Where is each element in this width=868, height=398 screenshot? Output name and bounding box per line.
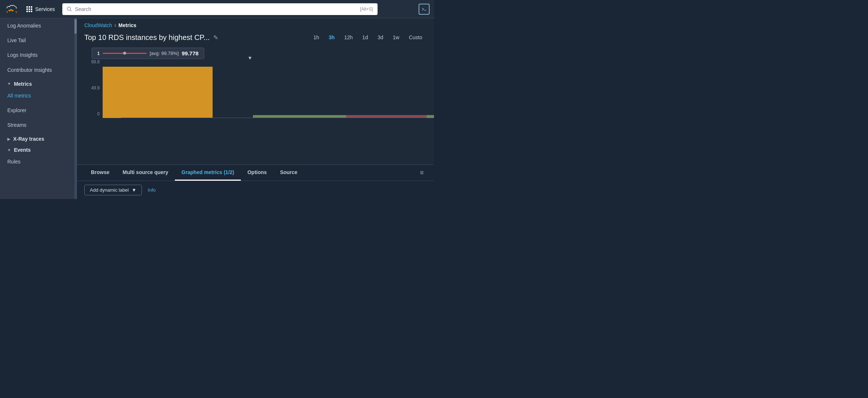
search-icon xyxy=(67,6,72,12)
tooltip-index: 1 xyxy=(97,51,100,56)
tab-graphed-metrics[interactable]: Graphed metrics (1/2) xyxy=(175,165,241,181)
services-label: Services xyxy=(35,6,55,12)
y-axis-top: 99.8 xyxy=(84,59,100,65)
events-section-header[interactable]: ▼ Events xyxy=(0,143,77,154)
xray-section-label: X-Ray traces xyxy=(13,136,44,142)
scrollbar[interactable] xyxy=(74,18,77,199)
scroll-thumb xyxy=(74,19,77,34)
info-link[interactable]: Info xyxy=(148,187,156,193)
breadcrumb-separator: › xyxy=(114,22,116,29)
tab-options[interactable]: Options xyxy=(241,165,273,181)
bottom-tabs: Browse Multi source query Graphed metric… xyxy=(77,165,434,181)
search-input[interactable] xyxy=(75,6,357,12)
dropdown-arrow-icon: ▼ xyxy=(132,187,136,193)
breadcrumb-parent[interactable]: CloudWatch xyxy=(84,22,112,28)
y-axis-mid: 49.9 xyxy=(84,85,100,91)
time-btn-custom[interactable]: Custo xyxy=(404,33,427,42)
hover-indicator: ▼ xyxy=(247,55,253,61)
time-range-buttons: 1h 3h 12h 1d 3d 1w Custo xyxy=(309,33,427,42)
sidebar-item-logs-insights[interactable]: Logs Insights xyxy=(0,48,77,62)
breadcrumb: CloudWatch › Metrics xyxy=(77,18,434,32)
bar-chart: 99.8 49.9 0 ▼ xyxy=(84,59,427,125)
time-btn-1h[interactable]: 1h xyxy=(309,33,324,42)
baseline xyxy=(121,118,427,118)
y-axis-bottom: 0 xyxy=(84,111,100,117)
sidebar-item-live-tail[interactable]: Live Tail xyxy=(0,33,77,48)
bar-series-1 xyxy=(103,67,213,118)
chevron-down-icon: ▼ xyxy=(7,82,11,86)
tab-menu-icon[interactable]: ≡ xyxy=(417,167,427,178)
svg-line-1 xyxy=(70,10,71,11)
chart-title-group: Top 10 RDS instances by highest CP... ✎ xyxy=(84,33,218,42)
sidebar-item-explorer[interactable]: Explorer xyxy=(0,103,77,118)
chevron-down-icon-events: ▼ xyxy=(7,148,11,152)
main-layout: Log Anomalies Live Tail Logs Insights Co… xyxy=(0,18,434,199)
events-section-label: Events xyxy=(14,147,31,153)
tooltip-series-line xyxy=(103,53,147,54)
sidebar-item-rules[interactable]: Rules xyxy=(0,154,77,169)
tooltip-avg: [avg: 99.78%] xyxy=(150,51,179,56)
breadcrumb-current: Metrics xyxy=(118,22,136,28)
top-navigation: Services [Alt+S] xyxy=(0,0,434,18)
sidebar: Log Anomalies Live Tail Logs Insights Co… xyxy=(0,18,77,199)
add-label-text: Add dynamic label xyxy=(90,187,129,193)
time-btn-3d[interactable]: 3d xyxy=(373,33,388,42)
sidebar-item-streams[interactable]: Streams xyxy=(0,118,77,132)
sidebar-item-all-metrics[interactable]: All metrics xyxy=(0,88,77,103)
add-dynamic-label-button[interactable]: Add dynamic label ▼ xyxy=(84,185,142,195)
edit-icon[interactable]: ✎ xyxy=(213,34,218,41)
metrics-section-label: Metrics xyxy=(14,81,32,87)
chart-header: Top 10 RDS instances by highest CP... ✎ … xyxy=(77,32,434,45)
chart-title-text: Top 10 RDS instances by highest CP... xyxy=(84,33,210,42)
aws-logo[interactable] xyxy=(4,4,19,14)
content-area: CloudWatch › Metrics Top 10 RDS instance… xyxy=(77,18,434,199)
sidebar-item-contributor-insights[interactable]: Contributor Insights xyxy=(0,63,77,77)
keyboard-shortcut: [Alt+S] xyxy=(360,7,373,12)
services-button[interactable]: Services xyxy=(23,5,58,14)
grid-icon xyxy=(26,6,32,12)
tab-multi-source[interactable]: Multi source query xyxy=(116,165,175,181)
terminal-icon[interactable] xyxy=(419,4,430,15)
chevron-right-icon: ▶ xyxy=(7,137,10,141)
time-btn-1w[interactable]: 1w xyxy=(389,33,404,42)
xray-section-header[interactable]: ▶ X-Ray traces xyxy=(0,132,77,143)
chart-area: 1 [avg: 99.78%] 99.778 99.8 49.9 0 ▼ xyxy=(77,45,434,165)
time-btn-1d[interactable]: 1d xyxy=(358,33,372,42)
y-axis-labels: 99.8 49.9 0 xyxy=(84,59,100,125)
time-btn-12h[interactable]: 12h xyxy=(340,33,357,42)
metrics-section-header[interactable]: ▼ Metrics xyxy=(0,77,77,88)
tab-source[interactable]: Source xyxy=(273,165,304,181)
tooltip-value: 99.778 xyxy=(182,50,199,56)
tooltip-dot xyxy=(123,52,126,55)
action-bar: Add dynamic label ▼ Info xyxy=(77,181,434,199)
tab-browse[interactable]: Browse xyxy=(84,165,116,181)
time-btn-3h[interactable]: 3h xyxy=(324,33,339,42)
chart-bars: ▼ xyxy=(103,59,427,118)
chart-tooltip: 1 [avg: 99.78%] 99.778 xyxy=(92,48,204,59)
sidebar-item-log-anomalies[interactable]: Log Anomalies xyxy=(0,18,77,33)
search-bar[interactable]: [Alt+S] xyxy=(62,3,378,15)
